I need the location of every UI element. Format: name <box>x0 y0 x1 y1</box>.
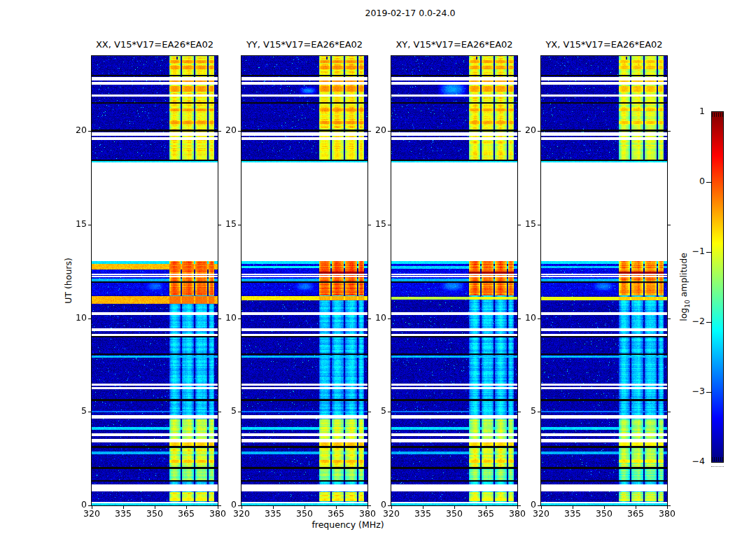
y-tick-label: 10 <box>358 313 386 323</box>
y-tick-mark-right <box>668 318 671 319</box>
colorbar-tick-label: −4 <box>674 456 705 466</box>
colorbar-tick-label: 0 <box>674 176 705 186</box>
panel-title-yx: YX, V15*V17=EA26*EA02 <box>524 39 685 50</box>
y-tick-label: 20 <box>209 125 237 135</box>
figure: { "figure": { "title": "2019-02-17 0.0-2… <box>0 0 735 560</box>
y-tick-label: 5 <box>209 406 237 416</box>
y-tick-mark <box>538 505 540 506</box>
x-tick-label: 350 <box>290 509 318 519</box>
y-tick-label: 0 <box>358 500 386 510</box>
heatmap-canvas-xy <box>391 56 517 505</box>
y-tick-mark-right <box>668 412 671 412</box>
y-tick-mark <box>88 412 91 412</box>
y-tick-label: 15 <box>508 219 536 229</box>
colorbar-tick-label: −3 <box>674 386 705 396</box>
y-tick-label: 20 <box>358 125 386 135</box>
y-tick-mark <box>88 318 91 319</box>
x-tick-label: 365 <box>472 509 500 519</box>
heatmap-panel-yx <box>540 55 668 506</box>
y-tick-mark <box>238 318 241 319</box>
colorbar-label-suffix: amplitude <box>678 253 689 300</box>
y-tick-mark <box>388 318 391 319</box>
y-tick-label: 15 <box>59 219 87 229</box>
y-tick-mark <box>538 412 540 412</box>
x-tick-label: 335 <box>109 509 137 519</box>
heatmap-canvas-yy <box>241 56 368 505</box>
y-tick-mark <box>238 412 241 412</box>
y-tick-mark <box>538 225 540 225</box>
colorbar-top-hatch <box>712 113 723 117</box>
x-tick-label: 350 <box>590 509 618 519</box>
y-tick-label: 10 <box>508 313 536 323</box>
colorbar-extend-dots <box>711 466 724 467</box>
y-tick-label: 0 <box>59 500 87 510</box>
colorbar <box>711 111 724 463</box>
y-tick-mark <box>238 131 241 132</box>
x-tick-label: 365 <box>172 509 200 519</box>
y-tick-mark <box>238 505 241 506</box>
y-tick-label: 20 <box>508 125 536 135</box>
colorbar-tick-mark <box>706 182 712 183</box>
colorbar-label: log10 amplitude <box>678 253 691 321</box>
heatmap-canvas-yx <box>541 56 667 505</box>
colorbar-gradient <box>712 112 723 462</box>
y-tick-mark <box>88 225 91 225</box>
colorbar-tick-mark <box>706 322 712 323</box>
x-tick-label: 380 <box>653 509 681 519</box>
y-tick-mark <box>388 412 391 412</box>
x-tick-label: 320 <box>78 509 106 519</box>
x-tick-label: 350 <box>141 509 169 519</box>
x-tick-label: 335 <box>559 509 587 519</box>
y-tick-mark <box>388 225 391 225</box>
colorbar-bottom-hatch <box>712 457 723 461</box>
colorbar-label-prefix: log <box>678 308 689 321</box>
y-tick-mark-right <box>668 131 671 132</box>
colorbar-tick-mark <box>706 252 712 253</box>
x-tick-label: 335 <box>259 509 287 519</box>
x-tick-label: 320 <box>527 509 555 519</box>
heatmap-panel-yy <box>241 55 368 506</box>
y-tick-label: 5 <box>358 406 386 416</box>
y-tick-mark <box>388 505 391 506</box>
y-tick-label: 5 <box>59 406 87 416</box>
y-tick-label: 10 <box>59 313 87 323</box>
x-tick-label: 350 <box>440 509 468 519</box>
y-tick-label: 0 <box>209 500 237 510</box>
y-tick-mark <box>88 131 91 132</box>
heatmap-canvas-xx <box>92 56 218 505</box>
y-tick-label: 15 <box>358 219 386 229</box>
colorbar-tick-label: 1 <box>674 106 705 116</box>
x-tick-label: 320 <box>227 509 255 519</box>
x-tick-label: 320 <box>377 509 405 519</box>
y-tick-label: 20 <box>59 125 87 135</box>
y-tick-label: 5 <box>508 406 536 416</box>
y-tick-label: 0 <box>508 500 536 510</box>
y-tick-mark-right <box>668 225 671 225</box>
colorbar-tick-mark <box>706 392 712 393</box>
y-tick-label: 15 <box>209 219 237 229</box>
heatmap-panel-xx <box>91 55 218 506</box>
y-axis-label: UT (hours) <box>63 258 74 304</box>
panel-title-yy: YY, V15*V17=EA26*EA02 <box>224 39 385 50</box>
x-axis-label: frequency (MHz) <box>312 519 384 530</box>
y-tick-mark <box>88 505 91 506</box>
x-tick-label: 365 <box>622 509 650 519</box>
figure-title: 2019-02-17 0.0-24.0 <box>270 8 550 18</box>
x-tick-label: 365 <box>322 509 350 519</box>
y-tick-mark <box>388 131 391 132</box>
x-tick-label: 335 <box>409 509 437 519</box>
y-tick-label: 10 <box>209 313 237 323</box>
heatmap-panel-xy <box>391 55 518 506</box>
y-tick-mark <box>538 318 540 319</box>
panel-title-xx: XX, V15*V17=EA26*EA02 <box>74 39 235 50</box>
y-tick-mark <box>538 131 540 132</box>
colorbar-label-subscript: 10 <box>684 300 691 307</box>
panel-title-xy: XY, V15*V17=EA26*EA02 <box>374 39 535 50</box>
y-tick-mark <box>238 225 241 225</box>
y-tick-mark-right <box>668 505 671 506</box>
